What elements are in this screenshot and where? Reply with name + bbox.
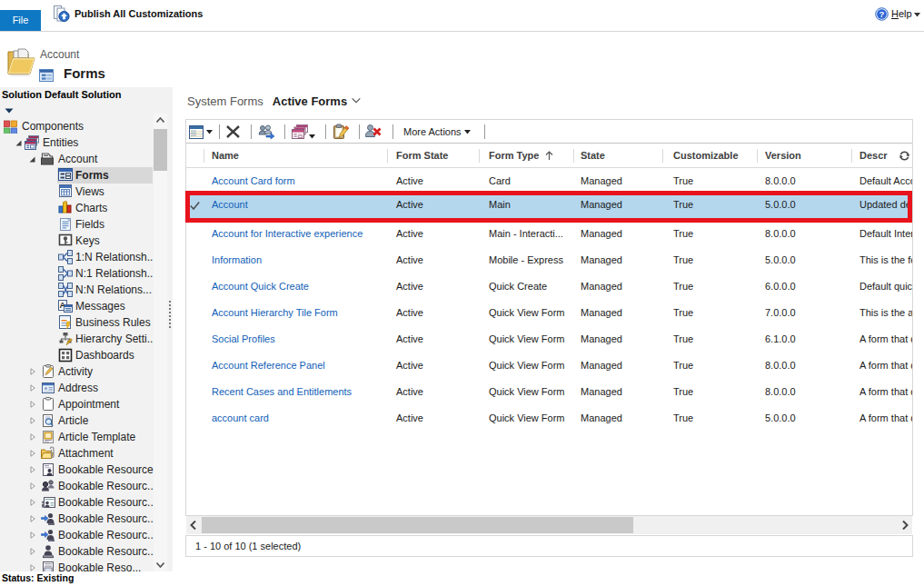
svg-text:?: ? bbox=[879, 9, 885, 19]
